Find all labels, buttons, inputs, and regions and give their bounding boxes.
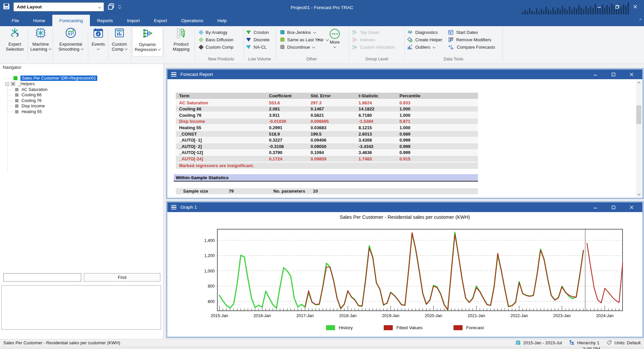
box-jenkins-button[interactable]: Box-Jenkins <box>280 29 316 36</box>
report-cell: 297.3 <box>311 100 322 105</box>
report-cell: 1.7483 <box>359 156 372 161</box>
croston-icon <box>246 31 251 34</box>
report-table-row[interactable]: _AUTO[- 2]-0.31080.09050-3.43430.999 <box>176 143 478 149</box>
more-dropdown-icon[interactable] <box>333 45 336 48</box>
forecast-report-titlebar[interactable]: Forecast Report <box>167 69 642 79</box>
status-hierarchy[interactable]: Hierarchy 1 <box>577 340 599 345</box>
events-dropdown-icon[interactable] <box>97 47 100 50</box>
report-vertical-scrollbar[interactable] <box>636 80 642 197</box>
discontinue-button[interactable]: Discontinue <box>280 44 315 50</box>
tab-file[interactable]: File <box>5 15 26 26</box>
toolbar-options-icon[interactable] <box>118 5 121 9</box>
svg-text:2020-Jan: 2020-Jan <box>425 313 442 318</box>
outliers-button[interactable]: Outliers <box>407 44 435 50</box>
tree-item-label: AC Saturation <box>21 87 48 92</box>
report-table-row[interactable]: _AUTO[-24]0.17240.098591.74830.915 <box>176 156 478 162</box>
custom-comp-dropdown-icon[interactable] <box>125 47 127 50</box>
report-table-row[interactable]: Heating 550.29910.036838.12151.000 <box>176 124 478 131</box>
more-button[interactable]: More <box>323 28 347 50</box>
report-table-row[interactable]: _AUTO[- 1]0.32270.094063.43080.999 <box>176 137 478 143</box>
graph-maximize-button[interactable] <box>610 204 617 211</box>
remove-modifiers-button[interactable]: Remove Modifiers <box>448 36 491 43</box>
app-window-controls <box>595 0 642 13</box>
scrollbar-thumb[interactable] <box>636 105 641 124</box>
status-units[interactable]: Units: Default <box>614 340 641 345</box>
report-cell: -0.3108 <box>269 144 284 149</box>
legend-fitted-values: Fitted Values <box>384 325 423 330</box>
forecast-chart[interactable]: 2015-Jan2016-Jan2017-Jan2018-Jan2019-Jan… <box>167 212 642 337</box>
tree-item-sales-per-customer[interactable]: Sales Per Customer \DR=Regression01 <box>6 76 97 81</box>
combobox-dropdown-icon[interactable] <box>98 5 101 8</box>
dynamic-regression-dropdown-icon[interactable] <box>158 48 161 50</box>
tree-item-cooling-66[interactable]: Cooling 66 <box>8 92 42 98</box>
app-restore-button[interactable] <box>613 3 621 11</box>
graph-menu-icon[interactable] <box>171 205 176 209</box>
expert-selection-button[interactable]: ExpertSelection <box>2 27 28 56</box>
by-analogy-button[interactable]: By Analogy <box>199 29 227 36</box>
report-table-row[interactable]: _CONST518.9199.52.60130.989 <box>176 131 478 137</box>
croston-button[interactable]: Croston <box>246 29 269 36</box>
machine-learning-dropdown-icon[interactable] <box>49 47 51 50</box>
report-stats-row: Sample size 79 No. parameters 10 <box>176 188 478 194</box>
report-table-row[interactable]: Disp Income-0.010300.006695-1.53840.871 <box>176 118 478 124</box>
discrete-button[interactable]: Discrete <box>246 36 270 43</box>
exponential-smoothing-dropdown-icon[interactable] <box>80 47 83 50</box>
scroll-up-icon[interactable] <box>636 80 642 85</box>
quick-access-toolbar: Add Layout <box>3 2 121 11</box>
custom-comp-small-button[interactable]: Custom Comp <box>199 44 233 50</box>
report-table-row[interactable]: Cooling 763.9110.58216.71801.000 <box>176 112 478 118</box>
exponential-smoothing-icon <box>54 27 88 40</box>
find-input[interactable] <box>3 273 81 282</box>
report-table-row[interactable]: _AUTO[-12]0.37900.10943.46360.999 <box>176 150 478 156</box>
start-dates-button[interactable]: Start Dates <box>448 29 478 36</box>
same-as-last-year-button[interactable]: Same as Last Year <box>280 36 328 43</box>
tab-forecasting[interactable]: Forecasting <box>52 15 90 26</box>
scroll-down-icon[interactable] <box>636 192 642 197</box>
machine-learning-button[interactable]: MachineLearning <box>29 27 52 56</box>
report-table-row[interactable]: Cooling 662.0810.146714.18221.000 <box>176 106 478 112</box>
bass-diffusion-button[interactable]: Bass Diffusion <box>199 36 233 43</box>
graph-titlebar[interactable]: Graph 1 <box>167 202 642 212</box>
tree-item-cooling-76[interactable]: Cooling 76 <box>8 98 42 103</box>
product-mapping-button[interactable]: ProductMapping <box>170 27 193 56</box>
tab-reports[interactable]: Reports <box>90 15 120 26</box>
dynamic-regression-button[interactable]: DynamicRegression <box>132 27 163 56</box>
na-cl-button[interactable]: NA-CL <box>246 44 267 50</box>
dynamic-regression-icon <box>132 27 163 41</box>
report-close-button[interactable] <box>628 71 635 78</box>
outliers-dropdown-icon[interactable] <box>433 46 435 48</box>
exponential-smoothing-button[interactable]: ExponentialSmoothing <box>54 27 88 56</box>
report-table-row[interactable]: AC Saturation553.6297.31.86240.933 <box>176 100 478 106</box>
report-minimize-button[interactable] <box>592 71 599 78</box>
tab-export[interactable]: Export <box>147 15 174 26</box>
tab-help[interactable]: Help <box>210 15 234 26</box>
graph-close-button[interactable] <box>628 204 635 211</box>
report-menu-icon[interactable] <box>171 72 176 77</box>
svg-text:2021-Jan: 2021-Jan <box>468 313 485 318</box>
ribbon-collapse-icon[interactable]: ^ <box>639 17 641 22</box>
app-minimize-button[interactable] <box>595 3 603 11</box>
compare-forecasts-button[interactable]: AB Compare Forecasts <box>448 44 495 50</box>
tree-item-ac-saturation[interactable]: AC Saturation <box>8 87 48 92</box>
graph-minimize-button[interactable] <box>592 204 599 211</box>
duplicate-layout-icon[interactable] <box>107 3 115 11</box>
box-jenkins-dropdown-icon[interactable] <box>313 31 316 34</box>
events-button[interactable]: Events <box>89 27 107 56</box>
tab-import[interactable]: Import <box>120 15 147 26</box>
find-button[interactable]: Find <box>84 273 160 282</box>
discontinue-dropdown-icon[interactable] <box>312 46 315 48</box>
tree-collapse-icon[interactable] <box>5 82 9 86</box>
diagnostics-button[interactable]: Diagnostics <box>407 29 438 36</box>
tree-item-disp-income[interactable]: Disp Income <box>8 103 45 109</box>
tab-operations[interactable]: Operations <box>174 15 210 26</box>
custom-comp-button[interactable]: CustomComp <box>109 27 129 56</box>
tree-item-helpers[interactable]: _Helpers <box>5 81 35 87</box>
app-close-button[interactable] <box>631 3 639 11</box>
status-date-range[interactable]: 2015-Jan - 2023-Jul <box>523 340 562 345</box>
report-maximize-button[interactable] <box>610 71 617 78</box>
tree-item-heating-55[interactable]: Heating 55 <box>8 109 42 114</box>
tab-home[interactable]: Home <box>26 15 52 26</box>
save-layout-icon[interactable] <box>3 3 10 11</box>
create-helper-button[interactable]: Create Helper <box>407 36 442 43</box>
layout-combobox[interactable]: Add Layout <box>13 2 104 11</box>
